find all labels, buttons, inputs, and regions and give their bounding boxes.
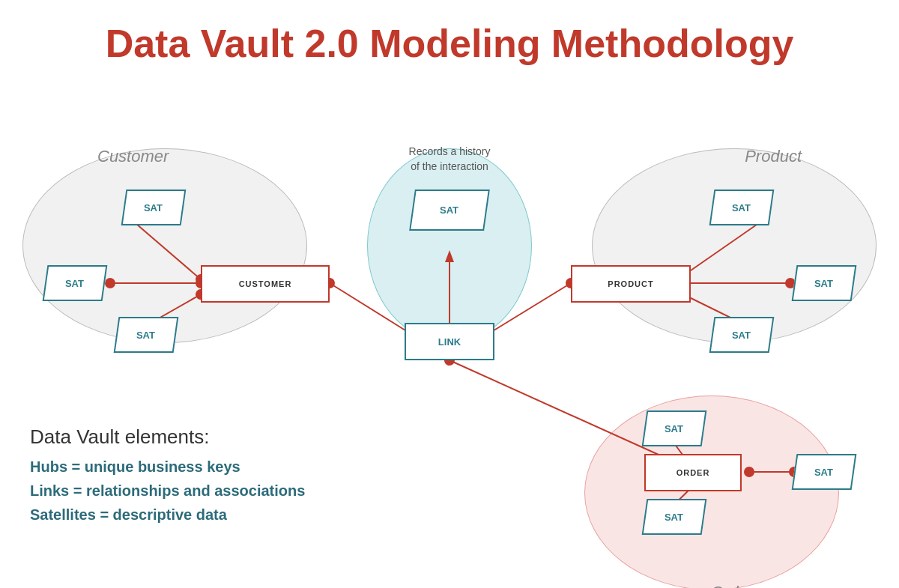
customer-label: Customer	[97, 147, 169, 166]
order-label: Order	[711, 583, 753, 588]
customer-ellipse	[22, 148, 307, 343]
legend-title: Data Vault elements:	[30, 425, 305, 449]
legend-item-links: Links = relationships and associations	[30, 479, 305, 503]
order-ellipse	[584, 395, 839, 588]
order-sat-top: SAT	[642, 410, 707, 446]
order-sat-right: SAT	[792, 454, 857, 490]
customer-hub: CUSTOMER	[201, 265, 330, 303]
diagram-area: Customer Product Order Records a history…	[0, 73, 899, 583]
customer-sat-top: SAT	[121, 190, 187, 225]
page-title: Data Vault 2.0 Modeling Methodology	[0, 0, 899, 73]
legend-item-hubs: Hubs = unique business keys	[30, 455, 305, 479]
legend: Data Vault elements: Hubs = unique busin…	[30, 425, 305, 527]
annotation-text: Records a historyof the interaction	[367, 145, 532, 174]
product-hub: PRODUCT	[571, 265, 691, 303]
link-ellipse	[367, 148, 532, 343]
product-sat-right: SAT	[792, 265, 857, 301]
product-sat-bottom: SAT	[709, 317, 775, 353]
customer-sat-bottom: SAT	[114, 317, 179, 353]
legend-item-satellites: Satellites = descriptive data	[30, 503, 305, 527]
product-sat-top: SAT	[709, 190, 775, 225]
link-sat-top: SAT	[409, 190, 490, 231]
product-ellipse	[592, 148, 877, 343]
order-hub: ORDER	[644, 454, 742, 491]
link-hub: LINK	[405, 323, 494, 360]
order-sat-bottom: SAT	[642, 499, 707, 535]
product-label: Product	[745, 147, 802, 166]
customer-sat-left: SAT	[43, 265, 108, 301]
